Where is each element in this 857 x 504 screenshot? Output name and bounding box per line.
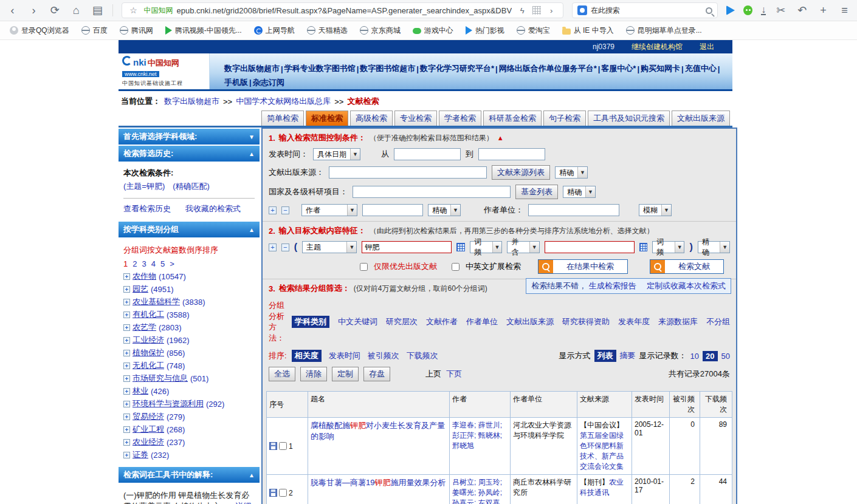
undo-icon[interactable]: ↶ — [796, 4, 808, 17]
star-icon[interactable]: ☆ — [127, 5, 140, 15]
logic-select[interactable]: 并含▼ — [507, 241, 539, 253]
header-nav-link[interactable]: 充值中心 — [685, 63, 717, 74]
breadcrumb-link[interactable]: 数字出版物超市 — [164, 96, 219, 107]
prev-page-link[interactable]: 上页 — [425, 369, 441, 380]
fund-list-button[interactable]: 基金列表 — [515, 185, 558, 199]
source-link[interactable]: 第五届全国绿色环保肥料新技术、新产品交流会论文集 — [580, 431, 624, 471]
expand-plus-icon[interactable] — [123, 273, 130, 280]
expand-grid-icon[interactable] — [456, 243, 465, 251]
group-page-link[interactable]: > — [170, 259, 174, 268]
logout-link[interactable]: 退出 — [700, 42, 714, 52]
expand-icon[interactable]: › — [545, 6, 558, 15]
author-match-select[interactable]: 精确▼ — [428, 204, 461, 216]
cnki-logo[interactable]: nki 中国知网 www.cnki.net 中国知识基础设施工程 — [119, 53, 210, 89]
expand-plus-icon[interactable] — [123, 426, 130, 433]
forward-icon[interactable]: › — [27, 4, 40, 17]
bookmark-item[interactable]: 昆明烟草单点登录... — [621, 24, 707, 38]
category-link[interactable]: 农艺学 — [133, 322, 156, 333]
clear-button[interactable]: 清除 — [300, 367, 327, 381]
bookmark-item[interactable]: 腾讯网 — [115, 24, 158, 38]
chevron-up-icon[interactable]: ▲ — [249, 226, 255, 233]
expand-plus-icon[interactable] — [123, 452, 130, 458]
category-link[interactable]: 园艺 — [133, 284, 148, 295]
header-nav-link[interactable]: 手机版 — [224, 77, 248, 88]
date-type-select[interactable]: 具体日期▼ — [313, 148, 360, 160]
category-link[interactable]: 农业基础科学 — [133, 296, 180, 307]
lightning-icon[interactable]: ϟ — [515, 6, 529, 15]
address-bar[interactable]: ☆ 中国知网 epub.cnki.net/grid2008/brief/Resu… — [122, 2, 564, 18]
freq-select[interactable]: 词频▼ — [470, 241, 502, 253]
tab-item[interactable]: 专业检索 — [394, 111, 437, 126]
author-field-select[interactable]: 作者▼ — [301, 204, 357, 216]
bookmark-item[interactable]: 游戏中心 — [408, 24, 458, 38]
source-list-button[interactable]: 文献来源列表 — [492, 165, 550, 180]
video-button-icon[interactable] — [726, 5, 735, 15]
expand-plus-icon[interactable] — [123, 363, 130, 369]
group-page-link[interactable]: 5 — [160, 259, 165, 268]
select-all-button[interactable]: 全选 — [269, 367, 295, 381]
new-tab-icon[interactable]: + — [817, 4, 830, 17]
result-title-link[interactable]: 脱毒甘薯—商薯19钾肥施用量效果分析 — [311, 478, 446, 487]
source-input[interactable] — [329, 166, 487, 179]
term-match-select[interactable]: 精确▼ — [698, 241, 730, 253]
result-authors[interactable]: 李迎春; 薛世川; 彭正萍; 甄晓林; 邢晓旭 — [450, 418, 511, 474]
source-match-select[interactable]: 精确▼ — [555, 166, 588, 179]
browser-search-box[interactable]: 在此搜索 — [572, 2, 718, 18]
expand-plus-icon[interactable] — [123, 312, 130, 318]
display-mode-chip[interactable]: 列表 — [594, 350, 616, 362]
collapse-icon[interactable]: ▲ — [497, 134, 504, 141]
bookmark-item[interactable]: 上网导航 — [249, 24, 300, 38]
bookmark-item[interactable]: 腾讯视频-中国领先... — [160, 24, 247, 38]
expand-plus-icon[interactable] — [123, 337, 130, 344]
remove-row-icon[interactable]: − — [281, 206, 289, 214]
tab-item[interactable]: 高级检索 — [350, 111, 393, 126]
bookmark-item[interactable]: 京东商城 — [355, 24, 405, 38]
display-mode-chip[interactable]: 摘要 — [620, 350, 636, 361]
freq2-select[interactable]: 词频▼ — [652, 241, 684, 253]
add-row-icon[interactable]: + — [269, 206, 277, 214]
tab-active[interactable]: 标准检索 — [306, 111, 348, 126]
fund-input[interactable] — [353, 186, 511, 198]
records-count-chip[interactable]: 20 — [703, 351, 717, 361]
bilingual-checkbox[interactable] — [452, 263, 459, 271]
category-link[interactable]: 市场研究与信息 — [133, 373, 188, 384]
bookmark-item[interactable]: 爱淘宝 — [512, 24, 555, 38]
row-checkbox[interactable] — [279, 442, 287, 450]
header-nav-link[interactable]: 数字图书馆超市 — [360, 63, 415, 74]
category-link[interactable]: 无机化工 — [133, 360, 164, 371]
reading-mode-icon[interactable]: ▤ — [91, 4, 104, 17]
group-method-chip[interactable]: 文献出版来源 — [506, 316, 554, 327]
panel-dict-header[interactable]: 检索词在工具书中的解释: ▲ — [119, 467, 260, 483]
home-icon[interactable]: ⌂ — [70, 4, 83, 17]
result-authors[interactable]: 吕树立; 周玉玲; 姜曙光; 孙凤岭; 孙喜云; 左双喜 — [450, 475, 511, 504]
breadcrumb-link[interactable]: 中国学术文献网络出版总库 — [236, 96, 331, 107]
header-nav-link[interactable]: 网络出版合作单位服务平台* — [499, 63, 597, 74]
category-link[interactable]: 工业经济 — [133, 335, 164, 346]
refresh-icon[interactable]: ⟳ — [49, 4, 61, 17]
group-method-chip[interactable]: 作者单位 — [466, 316, 498, 327]
group-method-chip[interactable]: 来源数据库 — [658, 316, 698, 327]
tab-item[interactable]: 学者检索 — [439, 111, 481, 126]
header-nav-link[interactable]: 杂志订阅 — [253, 77, 284, 88]
add-term-icon[interactable]: + — [269, 243, 277, 251]
tab-item[interactable]: 工具书及知识元搜索 — [588, 111, 670, 126]
expand-plus-icon[interactable] — [123, 350, 130, 356]
bookmark-item[interactable]: 热门影视 — [461, 24, 509, 38]
saved-queries-link[interactable]: 我收藏的检索式 — [185, 203, 241, 214]
wechat-icon[interactable] — [743, 5, 752, 15]
remove-term-icon[interactable]: − — [281, 243, 289, 251]
sort-chip[interactable]: 相关度 — [292, 350, 322, 362]
search-engine-icon[interactable] — [577, 5, 587, 15]
category-link[interactable]: 林业 — [133, 386, 148, 397]
group-method-chip[interactable]: 研究层次 — [386, 316, 418, 327]
expand-plus-icon[interactable] — [123, 299, 130, 305]
group-page-link[interactable]: 2 — [133, 259, 137, 268]
date-from-input[interactable] — [394, 148, 461, 160]
sort-chip[interactable]: 下载频次 — [407, 350, 438, 361]
category-link[interactable]: 植物保护 — [133, 347, 164, 358]
next-page-link[interactable]: 下页 — [446, 369, 462, 380]
sort-chip[interactable]: 被引频次 — [368, 350, 399, 361]
category-link[interactable]: 矿业工程 — [133, 424, 164, 435]
expand-plus-icon[interactable] — [123, 324, 130, 331]
qr-code-icon[interactable] — [532, 6, 541, 15]
